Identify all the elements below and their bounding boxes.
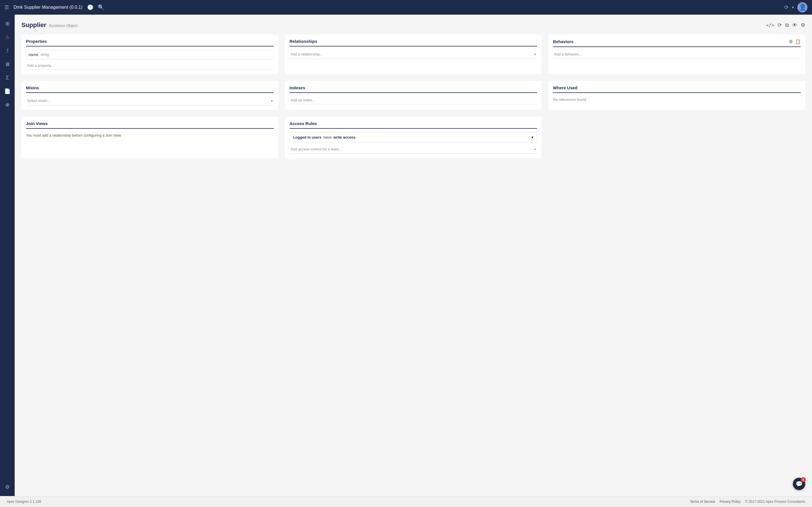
eye-icon[interactable]: 👁 [792,22,797,28]
mixins-section: Mixins Select mixin... ▾ [21,81,278,110]
copy-icon[interactable]: ⧉ [785,22,789,28]
where-used-title: Where Used [553,86,577,90]
property-type: string [41,53,49,57]
property-name: name [29,52,38,57]
history-icon[interactable]: 🕐 [87,4,93,10]
gear-icon[interactable]: ⚙ [801,22,805,28]
add-index-row[interactable]: Add an index... [290,96,538,104]
join-views-section: Join Views You must add a relationship b… [21,117,278,158]
add-property-label: Add a property... [27,63,54,68]
sidebar-item-screen[interactable]: 🖥 [2,59,13,70]
alert-icon: ⚠ [5,34,10,40]
user-avatar[interactable]: 👤 [797,2,808,12]
code-icon[interactable]: </> [766,22,774,28]
home-icon: ⊞ [5,20,10,27]
page-actions: </> ⟳ ⧉ 👁 ⚙ [766,22,805,28]
settings-icon: ⚙ [5,484,10,490]
file-icon: 📄 [4,88,10,94]
bottom-sections-row: Join Views You must add a relationship b… [21,117,805,158]
privacy-link[interactable]: Privacy Policy [719,500,741,504]
navbar-chevron-icon[interactable]: ▾ [792,5,794,10]
sidebar-item-home[interactable]: ⊞ [2,18,13,29]
add-behavior-row[interactable]: Add a behavior... [553,50,801,58]
indexes-title: Indexes [290,86,305,90]
page-header: Supplier Business Object </> ⟳ ⧉ 👁 ⚙ [21,21,805,29]
terms-link[interactable]: Terms of Service [690,500,715,504]
mixins-title: Mixins [26,86,39,90]
add-access-control-row[interactable]: Add access control for a team... ▾ [290,145,538,154]
access-rule-access-type: write access. [334,135,356,139]
chat-bubble[interactable]: 💬 5 [793,478,805,490]
empty-col [548,117,805,158]
join-views-message: You must add a relationship before confi… [26,132,274,138]
access-rules-section: Access Rules Logged in users have write … [285,117,542,158]
access-rule-row[interactable]: Logged in users have write access. ▾ [290,132,538,143]
screen-icon: 🖥 [5,61,10,67]
top-sections-row: Properties name string Add a property...… [21,34,805,74]
access-rule-subject: Logged in users [293,135,321,139]
middle-sections-row: Mixins Select mixin... ▾ Indexes Add an … [21,81,805,110]
select-mixin-row[interactable]: Select mixin... ▾ [26,96,274,105]
access-control-chevron-icon: ▾ [534,147,536,151]
sidebar-item-sigma[interactable]: Σ [2,72,13,83]
select-mixin-label: Select mixin... [27,99,50,103]
sidebar-item-share[interactable]: ⤴ [2,45,13,56]
join-views-title: Join Views [26,121,48,126]
access-rules-title: Access Rules [290,121,317,126]
sidebar-item-plugins[interactable]: ⊕ [2,99,13,110]
relationships-title: Relationships [290,39,317,44]
footer-version: Apex Designer 2.1.156 [7,500,41,504]
sigma-icon: Σ [6,75,9,81]
indexes-section: Indexes Add an index... [285,81,542,110]
behaviors-title: Behaviors [553,39,573,44]
add-index-label: Add an index... [291,98,315,102]
chat-badge: 5 [801,477,806,482]
puzzle-icon: ⊕ [5,102,10,108]
sidebar-item-settings[interactable]: ⚙ [2,482,13,493]
add-access-control-label: Add access control for a team... [291,147,342,151]
properties-title: Properties [26,39,47,44]
add-property-row[interactable]: Add a property... [26,62,274,69]
no-references-text: No references found [553,96,801,103]
footer: Apex Designer 2.1.156 Terms of Service P… [0,496,812,507]
mixin-chevron-icon: ▾ [271,99,273,103]
add-relationship-label: Add a relationship... [291,52,323,56]
app-title: Dmk Supplier Management (0.0.1) [13,5,83,10]
sidebar: ⊞ ⚠ ⤴ 🖥 Σ 📄 ⊕ ⚙ [0,15,15,496]
add-relationship-row[interactable]: Add a relationship... ▾ [290,50,538,59]
page-subtitle: Business Object [49,23,78,28]
relationship-chevron-icon: ▾ [534,52,536,56]
navbar: ☰ Dmk Supplier Management (0.0.1) 🕐 🔍 ⟳ … [0,0,812,15]
refresh-icon[interactable]: ⟳ [777,22,782,28]
properties-section: Properties name string Add a property... [21,34,278,74]
relationships-section: Relationships Add a relationship... ▾ [285,34,542,74]
behaviors-clipboard-icon[interactable]: 📋 [795,39,801,44]
page-title: Supplier [21,21,46,29]
menu-icon[interactable]: ☰ [4,4,9,10]
search-icon[interactable]: 🔍 [98,4,104,10]
access-rule-have: have [323,135,331,139]
property-name-row[interactable]: name string [26,50,274,59]
access-rule-text: Logged in users have write access. [293,135,356,139]
behaviors-section: Behaviors ⚙ 📋 Add a behavior... [548,34,805,74]
add-behavior-label: Add a behavior... [554,52,581,56]
footer-copyright: © 2017-2021 Apex Process Consultants [745,500,805,504]
sidebar-item-alerts[interactable]: ⚠ [2,32,13,43]
navbar-refresh-icon[interactable]: ⟳ [784,4,789,10]
access-rule-chevron-icon: ▾ [531,135,534,139]
sidebar-item-file[interactable]: 📄 [2,86,13,97]
where-used-section: Where Used No references found [548,81,805,110]
main-content: Supplier Business Object </> ⟳ ⧉ 👁 ⚙ Pro… [15,15,812,496]
share-icon: ⤴ [6,48,9,54]
behaviors-gear-icon[interactable]: ⚙ [789,39,793,44]
